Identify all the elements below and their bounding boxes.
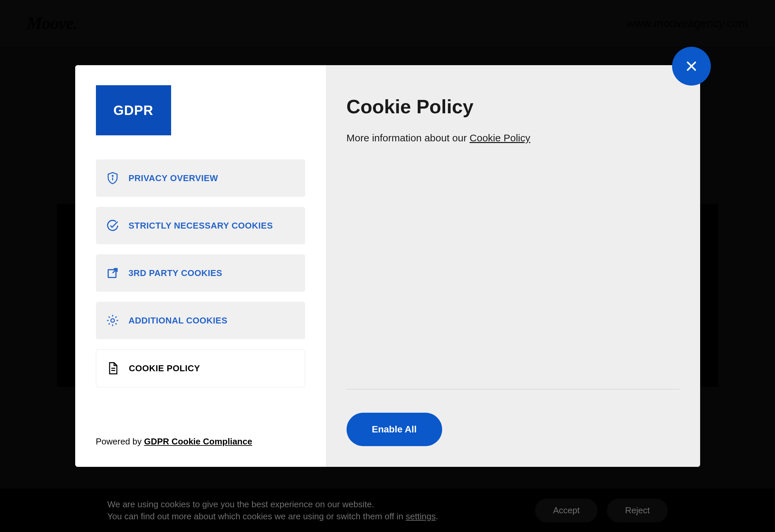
reject-button[interactable]: Reject [607, 499, 668, 522]
powered-link[interactable]: GDPR Cookie Compliance [144, 436, 252, 446]
gear-icon [106, 314, 119, 327]
file-text-icon [106, 362, 120, 375]
modal-overlay: GDPR PRIVACY OVERVIEW [0, 0, 775, 532]
nav-item-label: COOKIE POLICY [129, 363, 200, 374]
nav-strictly-necessary[interactable]: STRICTLY NECESSARY COOKIES [96, 207, 305, 244]
nav-item-label: 3RD PARTY COOKIES [129, 268, 223, 278]
nav-cookie-policy[interactable]: COOKIE POLICY [96, 349, 305, 387]
svg-point-0 [112, 175, 113, 176]
content-title: Cookie Policy [347, 95, 679, 118]
gdpr-badge: GDPR [96, 85, 171, 135]
nav-item-label: ADDITIONAL COOKIES [129, 315, 228, 326]
nav-privacy-overview[interactable]: PRIVACY OVERVIEW [96, 159, 305, 197]
content-text: More information about our Cookie Policy [347, 132, 679, 144]
check-circle-icon [106, 219, 119, 232]
enable-all-button[interactable]: Enable All [347, 413, 442, 446]
nav-item-label: STRICTLY NECESSARY COOKIES [129, 221, 273, 231]
svg-point-3 [111, 319, 114, 322]
content-footer: Enable All [347, 389, 679, 446]
cookie-bar-text: We are using cookies to give you the bes… [107, 498, 438, 523]
settings-link[interactable]: settings [406, 511, 436, 521]
cookie-bar-buttons: Accept Reject [535, 499, 668, 522]
external-link-icon [106, 266, 119, 280]
gdpr-modal: GDPR PRIVACY OVERVIEW [75, 65, 700, 467]
nav-item-label: PRIVACY OVERVIEW [129, 173, 218, 183]
cookie-bar-line2-prefix: You can find out more about which cookie… [107, 511, 406, 521]
content-text-prefix: More information about our [347, 132, 470, 143]
powered-prefix: Powered by [96, 436, 144, 446]
powered-by: Powered by GDPR Cookie Compliance [96, 436, 305, 447]
cookie-bar-line1: We are using cookies to give you the bes… [107, 499, 374, 509]
nav-third-party[interactable]: 3RD PARTY COOKIES [96, 254, 305, 292]
shield-info-icon [106, 171, 119, 185]
cookie-policy-link[interactable]: Cookie Policy [470, 132, 530, 143]
close-icon [684, 59, 699, 74]
cookie-bar: We are using cookies to give you the bes… [0, 489, 775, 532]
close-button[interactable] [672, 47, 711, 86]
cookie-bar-line2-suffix: . [436, 511, 438, 521]
nav-additional-cookies[interactable]: ADDITIONAL COOKIES [96, 302, 305, 339]
modal-content: Cookie Policy More information about our… [326, 65, 700, 467]
accept-button[interactable]: Accept [535, 499, 598, 522]
nav-list: PRIVACY OVERVIEW STRICTLY NECESSARY COOK… [96, 159, 305, 387]
modal-sidebar: GDPR PRIVACY OVERVIEW [75, 65, 326, 467]
